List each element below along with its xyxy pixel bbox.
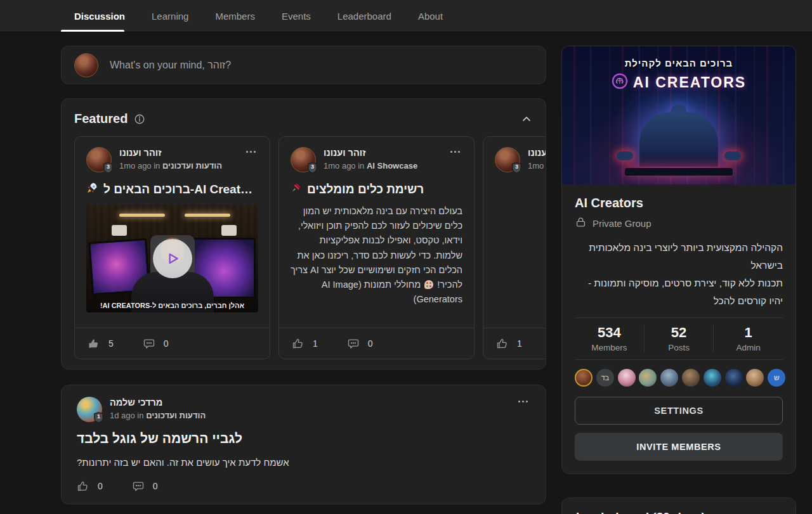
group-name: AI Creators	[575, 196, 783, 210]
palette-emoji-icon	[424, 280, 433, 289]
tab-leaderboard[interactable]: Leaderboard	[324, 0, 405, 32]
post-title: לגביי הרשמה של גוגל בלבד	[77, 431, 530, 446]
video-caption: אהלן חברים, ברוכים הבאים ל-AI CREATORS!	[86, 302, 258, 309]
post-body: בעולם היצירה עם בינה מלאכותית יש המון כל…	[291, 204, 462, 307]
like-count: 1	[313, 338, 318, 349]
author-name[interactable]: זוהר וענונו	[528, 148, 546, 158]
current-user-avatar[interactable]	[74, 53, 98, 77]
comment-button[interactable]: 0	[143, 337, 169, 350]
featured-post-welcome[interactable]: 3 זוהר וענונו 1mo ago in הודעות ועדכונים	[74, 136, 270, 359]
leaderboard-title: Leaderboard (30-days)	[576, 510, 782, 514]
post-timestamp: 1mo ago in	[324, 161, 364, 170]
group-banner-image[interactable]: ברוכים הבאים לקהילת AI CREATORS	[562, 46, 796, 184]
post-title: רשימת כלים מומלצים	[307, 183, 424, 196]
like-button[interactable]: 5	[88, 337, 114, 350]
comment-button[interactable]: 0	[347, 337, 373, 350]
post-timestamp: 1mo ago in	[119, 161, 160, 170]
brain-logo-icon	[612, 73, 628, 92]
author-name[interactable]: זוהר וענונו	[119, 148, 222, 158]
stat-posts[interactable]: 52 Posts	[644, 324, 714, 352]
tab-members[interactable]: Members	[202, 0, 268, 32]
like-button[interactable]: 1	[496, 337, 522, 350]
post-composer[interactable]: What's on your mind, זוהר?	[61, 46, 546, 84]
settings-button[interactable]: SETTINGS	[575, 397, 783, 425]
comment-count: 0	[153, 481, 158, 491]
member-avatar[interactable]	[682, 369, 700, 387]
leaderboard-card: Leaderboard (30-days)	[561, 498, 796, 514]
post-title: ברוכים הבאים ל-AI Creators	[103, 183, 258, 196]
post-menu-icon[interactable]	[516, 398, 530, 405]
group-stats: 534 Members 52 Posts 1 Admin	[575, 318, 783, 360]
comment-count: 0	[368, 338, 373, 349]
group-info-card: ברוכים הבאים לקהילת AI CREATORS AI Creat…	[561, 46, 796, 474]
like-count: 0	[98, 481, 103, 491]
featured-post-tools[interactable]: 3 זוהר וענונו 1mo ago in AI Showcase	[278, 136, 475, 359]
member-avatar[interactable]	[725, 369, 743, 387]
group-privacy-label: Private Group	[593, 218, 652, 229]
level-badge: 3	[307, 162, 318, 174]
comment-icon	[132, 480, 145, 492]
featured-post-community-guide[interactable]: 3 זוהר וענונו 1mo	[483, 136, 546, 359]
post-menu-icon[interactable]	[244, 148, 258, 155]
member-avatar[interactable]	[660, 369, 678, 387]
member-avatar[interactable]	[746, 369, 764, 387]
post-timestamp: 1d ago in	[110, 411, 144, 420]
banner-brand-text: AI CREATORS	[633, 74, 746, 91]
play-button-icon[interactable]	[153, 239, 192, 278]
featured-section: Featured	[61, 98, 546, 369]
comment-count: 0	[164, 338, 169, 349]
stat-admins[interactable]: 1 Admin	[713, 324, 783, 352]
like-button[interactable]: 0	[77, 480, 103, 492]
composer-placeholder: What's on your mind, זוהר?	[110, 60, 231, 71]
member-avatar[interactable]	[704, 369, 721, 387]
post-timestamp: 1mo	[528, 161, 544, 170]
member-avatar[interactable]	[618, 369, 636, 387]
comment-icon	[347, 337, 360, 350]
thumbs-up-icon	[77, 480, 89, 492]
post-category[interactable]: הודעות ועדכונים	[146, 411, 206, 420]
member-avatars-row: בד ש	[575, 369, 783, 387]
featured-cards-row: 3 זוהר וענונו 1mo ago in הודעות ועדכונים	[74, 136, 533, 359]
like-count: 1	[517, 338, 522, 349]
thumbs-up-icon	[292, 337, 304, 350]
collapse-featured-chevron-up-icon[interactable]	[520, 113, 533, 125]
invite-members-button[interactable]: INVITE MEMBERS	[575, 433, 783, 461]
member-avatar[interactable]	[575, 369, 593, 387]
stat-members[interactable]: 534 Members	[575, 324, 644, 352]
info-icon[interactable]	[134, 113, 145, 125]
member-avatar[interactable]	[639, 369, 657, 387]
comment-icon	[143, 337, 155, 350]
post-body: אשמח לדעת איך עושים את זה. והאם יש בזה י…	[77, 457, 530, 468]
thumbs-up-icon	[88, 337, 100, 350]
tab-discussion[interactable]: Discussion	[61, 0, 138, 32]
video-thumbnail[interactable]: אהלן חברים, ברוכים הבאים ל-AI CREATORS!	[86, 205, 258, 312]
post-google-signup[interactable]: 1 מרדכי שלמה 1d ago in הודעות ועדכונים ל…	[61, 385, 546, 504]
lock-icon	[575, 216, 587, 230]
level-badge: 1	[93, 412, 104, 423]
tab-events[interactable]: Events	[268, 0, 324, 32]
member-avatar-initials[interactable]: ש	[768, 369, 785, 387]
tab-about[interactable]: About	[405, 0, 456, 32]
like-button[interactable]: 1	[292, 337, 318, 350]
like-count: 5	[108, 338, 114, 349]
author-name[interactable]: זוהר וענונו	[324, 148, 417, 158]
tab-learning[interactable]: Learning	[138, 0, 202, 32]
rocket-emoji-icon	[86, 182, 98, 197]
post-body: למעלה ? היכנס ל עמוד התכנים שיש קבל תשוב…	[495, 204, 546, 313]
pushpin-emoji-icon	[291, 182, 302, 196]
featured-title: Featured	[74, 112, 128, 126]
group-description: הקהילה המקצועית ביותר ליוצרי בינה מלאכות…	[575, 239, 783, 310]
member-avatar-initials[interactable]: בד	[596, 369, 614, 387]
top-tab-bar: Discussion Learning Members Events Leade…	[0, 0, 812, 32]
group-sidebar: ברוכים הבאים לקהילת AI CREATORS AI Creat…	[561, 46, 796, 514]
author-name[interactable]: מרדכי שלמה	[110, 397, 206, 408]
level-badge: 3	[103, 162, 114, 174]
thumbs-up-icon	[496, 337, 509, 350]
post-menu-icon[interactable]	[448, 148, 462, 155]
post-category[interactable]: AI Showcase	[367, 161, 417, 170]
level-badge: 3	[511, 162, 522, 174]
feed-column: What's on your mind, זוהר? Featured	[61, 32, 546, 514]
comment-button[interactable]: 0	[132, 480, 158, 492]
post-category[interactable]: הודעות ועדכונים	[162, 161, 222, 170]
community-page: Discussion Learning Members Events Leade…	[0, 0, 812, 514]
